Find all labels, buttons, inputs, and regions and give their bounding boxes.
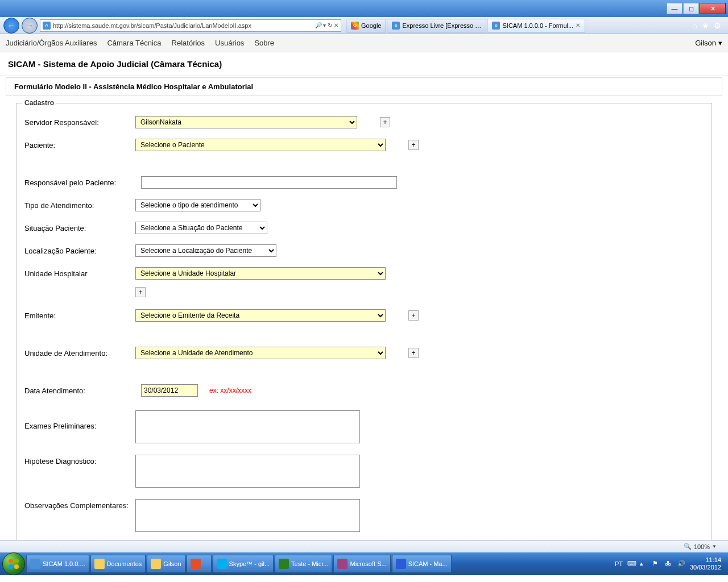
skype-icon: [217, 559, 227, 569]
window-titlebar: — ◻ ✕: [0, 0, 728, 17]
form-title: Formulário Modelo II - Assistência Médic…: [6, 77, 722, 96]
label-localizacao: Localização Paciente:: [24, 247, 135, 255]
emitente-select[interactable]: Selecione o Emitente da Receita: [135, 309, 386, 322]
svg-point-0: [9, 559, 13, 563]
label-responsavel: Responsável pelo Paciente:: [24, 178, 141, 187]
zoom-level[interactable]: 100%: [694, 543, 710, 550]
tab-label: SICAM 1.0.0.0 - Formul...: [502, 22, 573, 29]
menu-relatorios[interactable]: Relatórios: [172, 39, 205, 47]
servidor-select[interactable]: GilsonNakata: [135, 116, 357, 128]
window-maximize-button[interactable]: ◻: [683, 3, 699, 14]
taskbar-item[interactable]: SICAM - Ma...: [392, 555, 452, 573]
svg-point-1: [14, 559, 19, 563]
chevron-down-icon: ▾: [718, 39, 722, 47]
label-hipotese: Hipótese Diagnóstico:: [24, 455, 135, 465]
menu-camara[interactable]: Câmara Técnica: [107, 39, 161, 47]
obs-textarea[interactable]: [135, 499, 360, 532]
url-text: http://sistema.saude.mt.gov.br/sicam/Pas…: [53, 22, 251, 29]
language-indicator[interactable]: PT: [615, 560, 623, 567]
hipotese-textarea[interactable]: [135, 455, 360, 488]
favorites-icon[interactable]: ★: [702, 21, 709, 30]
tab-close-icon[interactable]: ✕: [576, 22, 580, 28]
situacao-select[interactable]: Selecione a Situação do Paciente: [135, 222, 267, 234]
browser-status-bar: 🔍 100% ▼: [0, 540, 728, 552]
taskbar-item[interactable]: Teste - Micr...: [275, 555, 332, 573]
clock[interactable]: 11:14 30/03/2012: [690, 556, 721, 571]
unidade-hosp-select[interactable]: Selecione a Unidade Hospitalar: [135, 267, 386, 280]
tipo-select[interactable]: Selecione o tipo de atendimento: [135, 199, 260, 211]
clock-date: 30/03/2012: [690, 564, 721, 571]
browser-nav-bar: ← → e http://sistema.saude.mt.gov.br/sic…: [0, 17, 728, 34]
add-paciente-button[interactable]: +: [408, 140, 419, 150]
add-servidor-button[interactable]: +: [380, 117, 390, 127]
system-tray: PT ⌨ ▴ ⚑ 🖧 🔊 11:14 30/03/2012: [615, 556, 726, 571]
fieldset-legend: Cadastro: [22, 99, 56, 107]
taskbar-item[interactable]: [187, 555, 212, 573]
user-name: Gilson: [695, 39, 716, 47]
label-servidor: Servidor Responsável:: [24, 118, 135, 127]
responsavel-input[interactable]: [141, 176, 397, 189]
tab-label: Google: [361, 22, 381, 29]
zoom-icon[interactable]: 🔍: [684, 543, 692, 550]
chevron-down-icon[interactable]: ▼: [712, 544, 717, 549]
browser-tab[interactable]: G Google: [346, 19, 386, 32]
browser-toolbar-icons: ⌂ ★ ⚙: [693, 21, 725, 30]
volume-icon[interactable]: 🔊: [677, 560, 685, 568]
localizacao-select[interactable]: Selecione a Localização do Paciente: [135, 244, 276, 257]
clock-time: 11:14: [690, 556, 721, 564]
start-button[interactable]: [2, 552, 25, 575]
window-close-button[interactable]: ✕: [700, 3, 726, 14]
sql-icon: [337, 559, 348, 569]
taskbar-item[interactable]: SICAM 1.0.0....: [26, 555, 89, 573]
ie-icon: [30, 559, 40, 569]
app-menu-bar: Judiciário/Órgãos Auxiliares Câmara Técn…: [0, 34, 728, 52]
page-title: SICAM - Sistema de Apoio Judicial (Câmar…: [0, 52, 728, 76]
date-hint: ex: xx/xx/xxxx: [209, 386, 251, 394]
label-unidade-hosp: Unidade Hospitalar: [24, 269, 135, 278]
user-menu[interactable]: Gilson ▾: [695, 39, 722, 47]
ie-icon: e: [392, 22, 400, 30]
address-bar[interactable]: e http://sistema.saude.mt.gov.br/sicam/P…: [40, 19, 341, 32]
data-input[interactable]: [141, 384, 198, 397]
menu-usuarios[interactable]: Usuários: [215, 39, 244, 47]
svg-point-3: [14, 564, 19, 569]
flag-icon[interactable]: ⚑: [652, 560, 660, 568]
taskbar-item[interactable]: Microsoft S...: [333, 555, 390, 573]
tools-icon[interactable]: ⚙: [714, 21, 721, 30]
folder-icon: [151, 559, 161, 569]
label-unidade-atend: Unidade de Atendimento:: [24, 349, 135, 357]
svg-point-2: [9, 564, 13, 569]
browser-tabs: G Google e Expresso Livre [Expresso M...…: [346, 19, 585, 32]
home-icon[interactable]: ⌂: [693, 21, 697, 30]
ie-icon: e: [492, 22, 500, 30]
browser-tab[interactable]: e Expresso Livre [Expresso M...: [387, 19, 486, 32]
media-player-icon: [191, 559, 201, 569]
google-icon: G: [351, 22, 359, 30]
label-emitente: Emitente:: [24, 311, 135, 320]
tray-icon[interactable]: ⌨: [627, 560, 635, 568]
exames-textarea[interactable]: [135, 410, 360, 443]
paciente-select[interactable]: Selecione o Paciente: [135, 139, 386, 151]
add-unidade-atend-button[interactable]: +: [408, 348, 419, 358]
menu-sobre[interactable]: Sobre: [254, 39, 274, 47]
taskbar-item[interactable]: Documentos: [90, 555, 146, 573]
address-bar-controls: 🔎 ▾ ↻ ✕: [315, 22, 338, 28]
browser-tab[interactable]: e SICAM 1.0.0.0 - Formul... ✕: [487, 19, 585, 32]
taskbar-item[interactable]: Gilson: [147, 555, 185, 573]
window-minimize-button[interactable]: —: [667, 3, 682, 14]
tray-up-icon[interactable]: ▴: [640, 560, 648, 568]
add-unidade-hosp-button[interactable]: +: [135, 287, 146, 297]
nav-forward-button[interactable]: →: [22, 18, 38, 34]
test-icon: [279, 559, 289, 569]
menu-judiciario[interactable]: Judiciário/Órgãos Auxiliares: [6, 39, 97, 47]
cadastro-fieldset: Cadastro Servidor Responsável: GilsonNak…: [16, 103, 712, 540]
label-data: Data Atendimento:: [24, 386, 141, 395]
label-paciente: Paciente:: [24, 141, 135, 149]
network-icon[interactable]: 🖧: [665, 560, 673, 568]
unidade-atend-select[interactable]: Selecione a Unidade de Atendimento: [135, 347, 386, 359]
ie-icon: e: [43, 22, 51, 30]
add-emitente-button[interactable]: +: [408, 310, 419, 321]
nav-back-button[interactable]: ←: [3, 18, 19, 34]
taskbar-item[interactable]: Skype™ - gil...: [213, 555, 274, 573]
page-viewport: Judiciário/Órgãos Auxiliares Câmara Técn…: [0, 34, 728, 540]
